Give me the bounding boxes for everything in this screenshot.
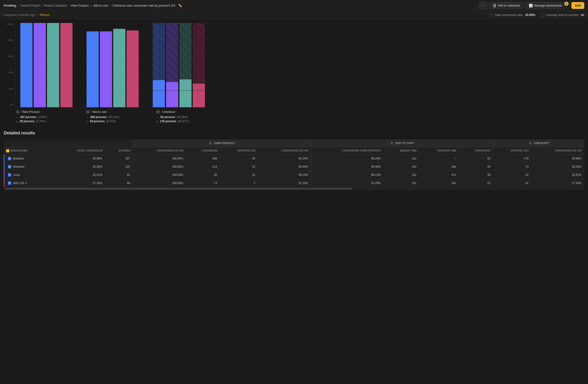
td-avg-time: 18s — [419, 179, 459, 187]
th-step3-num: 3 — [528, 142, 532, 145]
td-converted-3: 92 — [459, 154, 493, 162]
add-notebook-label: Add to notebook — [498, 4, 520, 7]
row-checkbox[interactable] — [8, 157, 11, 160]
step-3-name: Checkout — [162, 110, 175, 113]
computed-info: Computed 3 minutes ago • Refresh — [4, 13, 50, 17]
breadcrumb-analytics[interactable]: Product analytics — [44, 4, 67, 7]
row-indicator — [4, 155, 4, 162]
td-conv-so-far-1: 100.00% — [133, 162, 186, 171]
breakdown-name: Baseline — [13, 157, 24, 160]
step2-bar-purple — [100, 31, 112, 107]
step-2-converted-stat: → 268 persons (90.24%) — [85, 115, 142, 119]
step-3-more[interactable]: ··· — [177, 110, 179, 113]
step3-converted-pink — [193, 84, 205, 107]
header-actions: ··· 📓 Add to notebook 📊 Manage dashboard… — [479, 2, 584, 9]
step-2-arrow-up: → — [85, 115, 89, 119]
funnel-chart-container: 100% 80% 60% 40% 20% 0% — [0, 19, 588, 127]
y-label-100: 100% — [4, 23, 15, 26]
td-total-conversion: 32.61% — [54, 171, 105, 179]
detailed-results-title: Detailed results — [4, 131, 584, 136]
insight-title: View Product → Add to cart → Checkout us… — [71, 4, 175, 7]
step-3-dropped-count: 176 persons — [160, 120, 176, 123]
row-checkbox[interactable] — [8, 181, 11, 185]
edit-title-icon[interactable]: ✏️ — [178, 4, 182, 7]
th-entered: ENTERED — [105, 147, 133, 154]
table-header-cols: BREAKDOWN TOTAL CONVERSION ENTERED CONVE… — [4, 147, 584, 154]
step3-dropped-blue — [153, 23, 165, 80]
td-converted-3: 40 — [459, 162, 493, 171]
step3-dropped-teal — [179, 23, 191, 79]
step-2-name: Add to cart — [92, 110, 107, 113]
td-conv-from-prev: 91.25% — [311, 179, 384, 187]
step1-bar-teal — [47, 23, 59, 107]
th-step1-label: VIEW PRODUCT — [214, 142, 235, 144]
td-converted-3: 30 — [459, 171, 493, 179]
breakdown-checkbox-header[interactable] — [6, 149, 9, 152]
breadcrumb-project[interactable]: Tutorial Project — [20, 4, 40, 7]
table-header-groups: 1 VIEW PRODUCT 2 ADD TO CART 3 CHE — [4, 139, 584, 147]
scrollbar-thumb — [5, 188, 352, 189]
step-1-dropped-stat: ↘ 29 persons (9.76%) — [15, 119, 72, 123]
td-total-conversion: 32.00% — [54, 162, 105, 171]
td-dropped-off-1: 10 — [220, 171, 258, 179]
td-converted-1: 82 — [186, 171, 220, 179]
avg-time-value: 0s — [581, 13, 584, 17]
th-total-conversion: TOTAL CONVERSION — [54, 147, 105, 154]
refresh-link[interactable]: Refresh — [40, 13, 50, 17]
row-checkbox[interactable] — [8, 165, 11, 168]
conversion-stats: i Total conversion rate: 30.98% i Averag… — [489, 13, 584, 17]
sep-3: / — [68, 4, 69, 7]
th-step1-num: 1 — [209, 142, 212, 145]
row-indicator — [4, 171, 4, 179]
td-breakdown: Linux — [4, 171, 54, 179]
th-step1-inner: 1 VIEW PRODUCT — [136, 142, 308, 145]
step2-bar-pink — [126, 30, 139, 107]
step-3-bars — [153, 23, 205, 107]
td-breakdown: Windows — [4, 162, 54, 171]
td-conv-so-far-3: 30.98% — [531, 154, 584, 162]
step3-bar-teal-stack — [179, 23, 191, 107]
step-2-num: 2 — [85, 110, 90, 114]
td-dropped-off-1: 12 — [220, 162, 258, 171]
brand-logo[interactable]: PostHog — [4, 4, 16, 7]
th-step3-label: CHECKOUT — [533, 142, 549, 144]
info-icon-conversion[interactable]: i — [489, 13, 493, 17]
step-1-more[interactable]: ··· — [42, 110, 44, 113]
step3-bar-purple-stack — [166, 23, 178, 107]
th-dropped-off-3: DROPPED OFF — [493, 147, 531, 154]
step-3-converted-pct: (30.98%) — [177, 115, 188, 119]
td-conv-from-prev: 90.24% — [311, 154, 384, 162]
step-2-more[interactable]: ··· — [108, 110, 111, 113]
td-entered: 80 — [105, 179, 133, 187]
add-to-notebook-button[interactable]: 📓 Add to notebook — [489, 2, 524, 9]
td-total-conversion: 27.50% — [54, 179, 105, 187]
td-conv-so-far-1: 100.00% — [133, 154, 186, 162]
step1-bar-blue — [20, 23, 33, 107]
td-dropped-off-3: 52 — [493, 171, 531, 179]
info-icon-avgtime[interactable]: i — [541, 13, 545, 17]
th-step2-inner: 2 ADD TO CART — [314, 142, 490, 145]
edit-button[interactable]: Edit — [571, 2, 584, 9]
td-conv-so-far-1: 100.00% — [133, 179, 186, 187]
dashboard-icon: 📊 — [529, 4, 533, 7]
dot-separator: • — [37, 13, 38, 17]
row-checkbox[interactable] — [8, 173, 11, 177]
step-1-label-block: 1 View Product ··· → 297 persons (100%) … — [15, 110, 72, 123]
td-entered: 125 — [105, 162, 133, 171]
y-label-60: 60% — [4, 55, 15, 58]
results-table-wrapper[interactable]: 1 VIEW PRODUCT 2 ADD TO CART 3 CHE — [4, 139, 584, 190]
td-conv-from-prev: 89.13% — [311, 171, 384, 179]
step-1-num: 1 — [15, 110, 20, 114]
step3-converted-blue — [153, 80, 165, 107]
manage-dashboards-button[interactable]: 📊 Manage dashboards — [525, 2, 566, 9]
td-converted-3: 22 — [459, 179, 493, 187]
row-indicator — [4, 179, 4, 187]
td-dropped-off-1: 29 — [220, 154, 258, 162]
scrollbar-area[interactable] — [4, 187, 584, 190]
th-conv-from-prev: CONVERSION FROM PREVIOUS — [311, 147, 384, 154]
y-label-40: 40% — [4, 71, 15, 74]
td-dropped-off-3: 73 — [493, 162, 531, 171]
more-options-button[interactable]: ··· — [479, 2, 487, 9]
step-2-converted-pct: (90.24%) — [108, 115, 120, 119]
computed-text: Computed 3 minutes ago — [4, 13, 35, 17]
